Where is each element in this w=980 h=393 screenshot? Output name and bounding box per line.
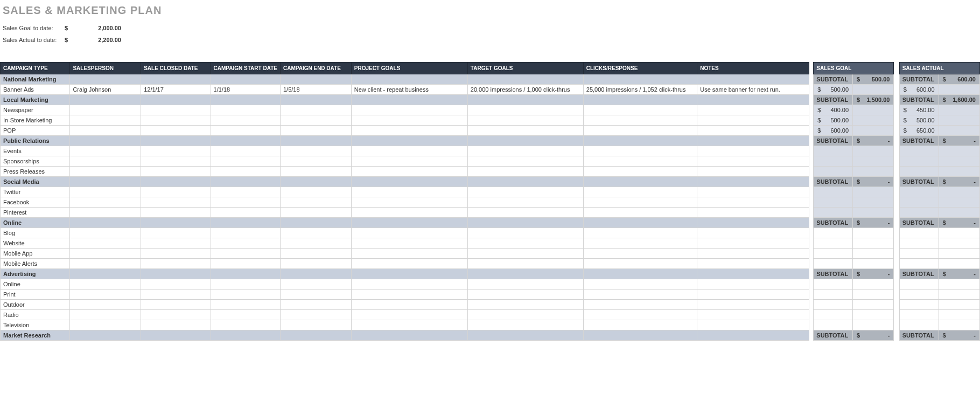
cell-start[interactable] bbox=[211, 197, 280, 208]
cell[interactable] bbox=[467, 330, 583, 341]
cell-notes[interactable]: Use same banner for next run. bbox=[697, 85, 809, 95]
cell-notes[interactable] bbox=[697, 249, 809, 259]
category-name[interactable]: Social Media bbox=[1, 177, 70, 187]
th-sales-actual[interactable]: SALES ACTUAL bbox=[899, 63, 979, 74]
th-clicks[interactable]: CLICKS/RESPONSE bbox=[583, 63, 697, 74]
cell-closed[interactable] bbox=[141, 310, 211, 320]
cell-project_goals[interactable] bbox=[351, 208, 467, 218]
money-cell[interactable]: $450.00 bbox=[899, 105, 939, 115]
cell-closed[interactable] bbox=[141, 126, 211, 136]
cell[interactable] bbox=[467, 177, 583, 187]
cell-person[interactable] bbox=[70, 228, 141, 238]
cell-target_goals[interactable] bbox=[467, 320, 583, 330]
cell[interactable] bbox=[939, 167, 979, 177]
cell-clicks[interactable] bbox=[583, 310, 697, 320]
money-cell[interactable] bbox=[899, 320, 939, 330]
cell[interactable] bbox=[853, 208, 894, 218]
th-start[interactable]: CAMPAIGN START DATE bbox=[211, 63, 280, 74]
cell-start[interactable] bbox=[211, 320, 280, 330]
cell-end[interactable] bbox=[281, 115, 352, 126]
cell[interactable] bbox=[853, 156, 894, 167]
money-cell[interactable]: $600.00 bbox=[814, 126, 853, 136]
cell-project_goals[interactable] bbox=[351, 238, 467, 249]
cell-clicks[interactable] bbox=[583, 238, 697, 249]
cell-clicks[interactable] bbox=[583, 289, 697, 300]
cell-notes[interactable] bbox=[697, 187, 809, 197]
th-target-goals[interactable]: TARGET GOALS bbox=[467, 63, 583, 74]
money-cell[interactable]: $- bbox=[853, 177, 894, 187]
cell-target_goals[interactable] bbox=[467, 197, 583, 208]
money-cell[interactable] bbox=[899, 228, 939, 238]
cell-type[interactable]: Press Releases bbox=[1, 167, 70, 177]
cell[interactable] bbox=[853, 320, 894, 330]
cell[interactable] bbox=[939, 115, 979, 126]
cell-person[interactable] bbox=[70, 126, 141, 136]
cell[interactable] bbox=[697, 177, 809, 187]
cell[interactable] bbox=[697, 269, 809, 279]
cell[interactable] bbox=[141, 74, 211, 85]
cell-start[interactable] bbox=[211, 167, 280, 177]
cell-notes[interactable] bbox=[697, 208, 809, 218]
money-cell[interactable] bbox=[899, 310, 939, 320]
cell-clicks[interactable] bbox=[583, 259, 697, 269]
cell[interactable] bbox=[939, 249, 979, 259]
cell-clicks[interactable] bbox=[583, 300, 697, 310]
cell[interactable] bbox=[939, 146, 979, 156]
cell[interactable] bbox=[467, 136, 583, 146]
cell[interactable] bbox=[697, 74, 809, 85]
cell-clicks[interactable] bbox=[583, 197, 697, 208]
cell-type[interactable]: Television bbox=[1, 320, 70, 330]
cell-project_goals[interactable] bbox=[351, 320, 467, 330]
cell-project_goals[interactable] bbox=[351, 279, 467, 289]
cell[interactable] bbox=[467, 218, 583, 228]
cell-project_goals[interactable] bbox=[351, 197, 467, 208]
cell-end[interactable] bbox=[281, 310, 352, 320]
cell-closed[interactable] bbox=[141, 238, 211, 249]
cell-start[interactable] bbox=[211, 126, 280, 136]
cell-person[interactable] bbox=[70, 105, 141, 115]
cell[interactable] bbox=[583, 136, 697, 146]
cell-type[interactable]: Blog bbox=[1, 228, 70, 238]
money-cell[interactable] bbox=[814, 156, 853, 167]
money-cell[interactable]: $- bbox=[853, 330, 894, 341]
money-cell[interactable] bbox=[814, 289, 853, 300]
th-sale-closed[interactable]: SALE CLOSED DATE bbox=[141, 63, 211, 74]
cell-start[interactable] bbox=[211, 115, 280, 126]
category-name[interactable]: Market Research bbox=[1, 330, 70, 341]
money-cell[interactable]: $650.00 bbox=[899, 126, 939, 136]
cell-closed[interactable] bbox=[141, 300, 211, 310]
cell-target_goals[interactable] bbox=[467, 289, 583, 300]
th-end[interactable]: CAMPAIGN END DATE bbox=[281, 63, 352, 74]
money-cell[interactable] bbox=[814, 259, 853, 269]
cell[interactable] bbox=[70, 95, 141, 105]
cell-start[interactable] bbox=[211, 300, 280, 310]
cell-target_goals[interactable] bbox=[467, 105, 583, 115]
cell-start[interactable] bbox=[211, 187, 280, 197]
cell-closed[interactable] bbox=[141, 320, 211, 330]
category-name[interactable]: Online bbox=[1, 218, 70, 228]
cell-project_goals[interactable]: New client - repeat business bbox=[351, 85, 467, 95]
cell-type[interactable]: POP bbox=[1, 126, 70, 136]
cell-project_goals[interactable] bbox=[351, 187, 467, 197]
cell-person[interactable] bbox=[70, 279, 141, 289]
cell-start[interactable] bbox=[211, 249, 280, 259]
cell[interactable] bbox=[853, 187, 894, 197]
money-cell[interactable] bbox=[814, 238, 853, 249]
cell[interactable] bbox=[70, 177, 141, 187]
cell[interactable] bbox=[467, 269, 583, 279]
cell[interactable] bbox=[141, 269, 211, 279]
cell-type[interactable]: Sponsorships bbox=[1, 156, 70, 167]
cell-start[interactable] bbox=[211, 289, 280, 300]
cell[interactable] bbox=[939, 289, 979, 300]
cell-project_goals[interactable] bbox=[351, 126, 467, 136]
cell[interactable] bbox=[939, 187, 979, 197]
cell-notes[interactable] bbox=[697, 279, 809, 289]
cell[interactable] bbox=[211, 136, 280, 146]
cell-clicks[interactable] bbox=[583, 167, 697, 177]
money-cell[interactable]: $500.00 bbox=[899, 115, 939, 126]
cell-end[interactable] bbox=[281, 300, 352, 310]
cell[interactable] bbox=[583, 95, 697, 105]
cell-end[interactable] bbox=[281, 156, 352, 167]
cell-type[interactable]: Twitter bbox=[1, 187, 70, 197]
cell-closed[interactable] bbox=[141, 259, 211, 269]
